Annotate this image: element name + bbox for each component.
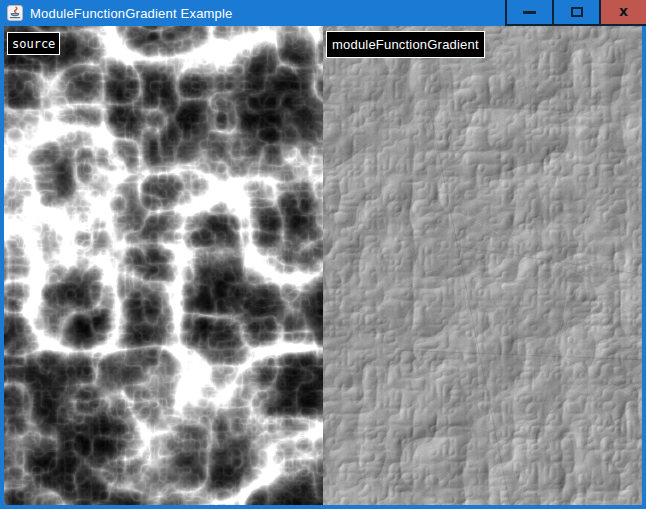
panel-source: source xyxy=(4,26,323,505)
close-button[interactable]: x xyxy=(599,0,646,26)
gradient-noise-image xyxy=(323,26,642,505)
titlebar[interactable]: ModuleFunctionGradient Example x xyxy=(0,0,646,26)
close-icon: x xyxy=(619,4,628,18)
panel-module-function-gradient: moduleFunctionGradient xyxy=(323,26,642,505)
window-title: ModuleFunctionGradient Example xyxy=(30,6,233,21)
minimize-button[interactable] xyxy=(505,0,552,26)
java-coffee-icon xyxy=(7,5,23,21)
content-area: source moduleFunctionGradient xyxy=(4,26,642,505)
gradient-image-label: moduleFunctionGradient xyxy=(326,31,485,58)
minimize-icon xyxy=(523,11,536,14)
source-image-label: source xyxy=(7,32,60,55)
maximize-button[interactable] xyxy=(552,0,599,26)
maximize-icon xyxy=(571,7,583,17)
source-noise-image xyxy=(4,26,323,505)
window-controls: x xyxy=(505,0,646,26)
app-window: ModuleFunctionGradient Example x source … xyxy=(0,0,646,509)
